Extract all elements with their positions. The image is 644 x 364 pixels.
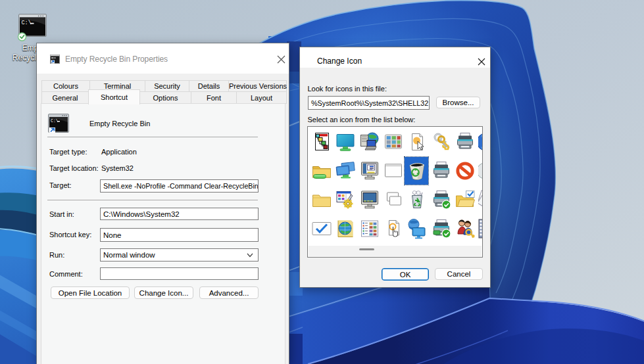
svg-text:C:\: C:\	[22, 20, 32, 26]
